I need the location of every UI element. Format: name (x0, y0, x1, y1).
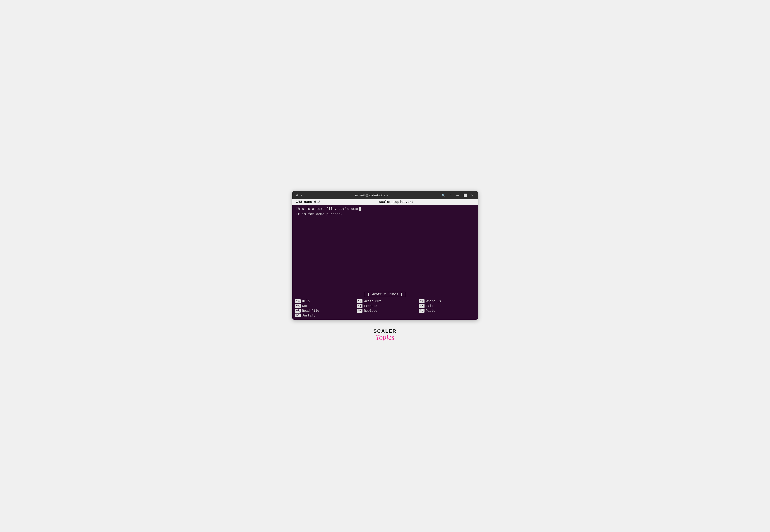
terminal-window: 🖥 ▼ sanskriti@scaler-topics: ~ 🔍 ≡ — ⬜ ✕… (292, 191, 478, 320)
shortcut-justify: ^J Justify (292, 313, 354, 318)
shortcut-key-cut: ^K (295, 304, 301, 308)
shortcut-label-help: Help (302, 300, 310, 303)
window-controls: 🔍 ≡ — ⬜ ✕ (440, 192, 476, 198)
shortcut-help: ^G Help (292, 299, 354, 304)
title-bar-left: 🖥 ▼ (295, 193, 303, 197)
editor-line-2: It is for demo purpose. (296, 212, 474, 217)
shortcut-cut: ^K Cut (292, 304, 354, 308)
shortcut-key-read-file: ^R (295, 309, 301, 313)
terminal-icon: 🖥 (295, 193, 299, 197)
shortcut-key-paste: ^U (419, 309, 425, 313)
close-button[interactable]: ✕ (469, 192, 476, 198)
nano-header: GNU nano 6.2 scaler_topics.txt (292, 199, 478, 205)
menu-button[interactable]: ≡ (448, 192, 454, 198)
page-wrapper: 🖥 ▼ sanskriti@scaler-topics: ~ 🔍 ≡ — ⬜ ✕… (283, 182, 487, 350)
shortcut-label-execute: Execute (364, 304, 377, 308)
topics-text: Topics (376, 334, 394, 341)
nano-status-bar: [ Wrote 2 lines ] (292, 291, 478, 298)
text-cursor (359, 207, 361, 211)
shortcut-key-justify: ^J (295, 314, 301, 317)
shortcut-paste: ^U Paste (416, 308, 478, 313)
shortcut-where-is: ^W Where Is (416, 299, 478, 304)
maximize-button[interactable]: ⬜ (462, 192, 468, 198)
shortcut-label-replace: Replace (364, 309, 377, 313)
shortcut-label-cut: Cut (302, 304, 308, 308)
shortcut-replace: ^\ Replace (354, 308, 416, 313)
nano-editor[interactable]: This is a text file. Let's star It is fo… (292, 205, 478, 291)
shortcut-key-replace: ^\ (357, 309, 363, 313)
shortcut-label-justify: Justify (302, 314, 315, 317)
status-message: [ Wrote 2 lines ] (365, 292, 405, 297)
chevron-down-icon: ▼ (300, 194, 303, 197)
shortcut-label-read-file: Read File (302, 309, 319, 313)
shortcut-key-help: ^G (295, 299, 301, 303)
scaler-text: SCALER (373, 329, 396, 334)
nano-version: GNU nano 6.2 (296, 200, 320, 204)
search-button[interactable]: 🔍 (440, 192, 447, 198)
shortcut-write-out: ^O Write Out (354, 299, 416, 304)
shortcut-label-paste: Paste (426, 309, 435, 313)
editor-line-1: This is a text file. Let's star (296, 207, 474, 212)
scaler-logo: SCALER Topics (373, 329, 396, 341)
shortcut-key-where-is: ^W (419, 299, 425, 303)
shortcut-label-write-out: Write Out (364, 300, 381, 303)
shortcut-read-file: ^R Read File (292, 308, 354, 313)
nano-filename: scaler_topics.txt (379, 200, 413, 204)
window-title: sanskriti@scaler-topics: ~ (302, 194, 440, 197)
shortcut-label-where-is: Where Is (426, 300, 441, 303)
shortcut-key-execute: ^T (357, 304, 363, 308)
title-bar: 🖥 ▼ sanskriti@scaler-topics: ~ 🔍 ≡ — ⬜ ✕ (292, 191, 478, 199)
nano-shortcuts: ^G Help ^O Write Out ^W Where Is ^K Cut … (292, 298, 478, 320)
shortcut-key-write-out: ^O (357, 299, 363, 303)
nano-header-right (472, 200, 474, 204)
minimize-button[interactable]: — (455, 192, 461, 198)
shortcut-exit: ^X Exit (416, 304, 478, 308)
shortcut-label-exit: Exit (426, 304, 434, 308)
shortcut-key-exit: ^X (419, 304, 425, 308)
shortcut-execute: ^T Execute (354, 304, 416, 308)
